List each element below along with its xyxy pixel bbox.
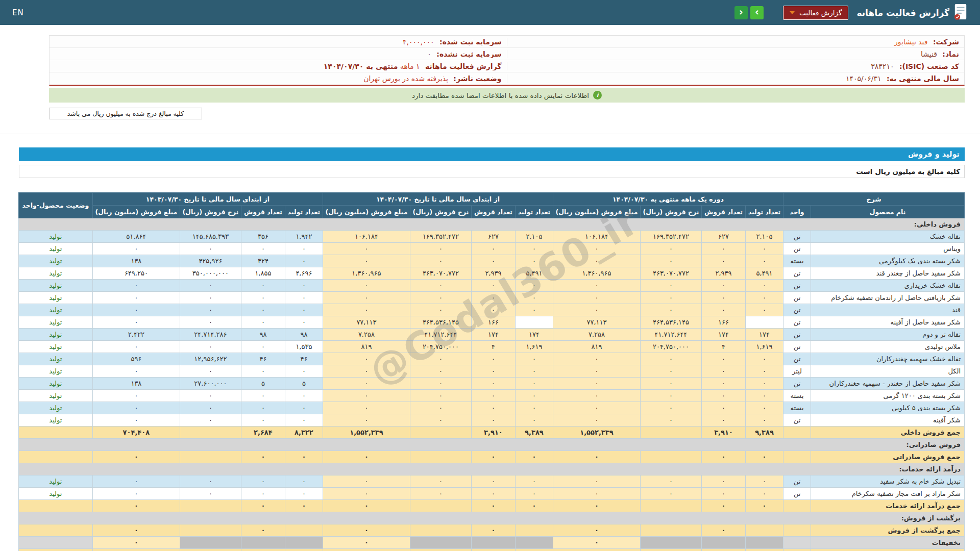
company-info-table: شرکت: قند نیشابور سرمایه ثبت شده: ۴,۰۰۰,…	[49, 35, 965, 86]
value-cell: ۰	[640, 365, 701, 378]
value-cell: ۰	[553, 488, 640, 500]
chevron-down-icon	[790, 11, 795, 14]
value-cell: ۷,۲۵۸	[323, 329, 410, 341]
status-cell: تولید	[18, 243, 92, 255]
product-name-cell: جمع فروش داخلی	[811, 427, 965, 439]
symbol-value: قنیشا	[921, 50, 937, 58]
value-cell: ۱,۵۵۲,۳۳۹	[323, 549, 410, 551]
value-cell: ۰	[471, 243, 515, 255]
previous-report-button[interactable]: ‹	[734, 6, 748, 19]
table-row-data: الکللیتر۰۰۰۰۰۰۰۰۰۰۰۰تولید	[18, 365, 964, 378]
value-cell: ۰	[410, 488, 471, 500]
value-cell	[410, 451, 471, 463]
unit-cell: تن	[783, 316, 811, 329]
status-cell: تولید	[18, 316, 92, 329]
table-row-total: جمع درآمد ارائه خدمات۰۰۰۰۰۰۰۰۰	[18, 500, 964, 512]
col-qty-sold: تعداد فروش	[701, 206, 745, 218]
value-cell	[410, 549, 471, 551]
value-cell: ۶۴۹,۲۵۰	[92, 267, 180, 280]
status-cell: تولید	[18, 267, 92, 280]
value-cell: ۰	[701, 378, 745, 390]
value-cell: ۴,۶۹۶	[285, 267, 323, 280]
value-cell: ۰	[241, 365, 285, 378]
status-cell	[18, 427, 92, 439]
table-row-section: فروش صادراتی:	[18, 439, 964, 451]
value-cell: ۱,۶۱۹	[515, 341, 553, 353]
value-cell: ۳,۹۱۰	[701, 427, 745, 439]
info-row: کد صنعت (ISIC): ۳۸۴۲۱۰ گزارش فعالیت ماها…	[50, 60, 964, 72]
value-cell: ۰	[553, 378, 640, 390]
value-cell: ۰	[515, 451, 553, 463]
value-cell: ۷۷,۱۱۳	[553, 316, 640, 329]
value-cell: ۰	[285, 402, 323, 414]
value-cell: ۰	[471, 451, 515, 463]
value-cell: ۰	[515, 378, 553, 390]
value-cell: ۰	[410, 255, 471, 267]
value-cell	[640, 537, 701, 549]
value-cell: ۰	[285, 304, 323, 316]
value-cell: ۰	[323, 524, 410, 537]
value-cell: ۰	[323, 500, 410, 512]
product-name-cell: قند	[811, 304, 965, 316]
value-cell: ۰	[241, 414, 285, 427]
value-cell: ۰	[180, 488, 241, 500]
production-sales-table: شرح دوره یک ماهه منتهی به ۱۴۰۴/۰۷/۳۰ از …	[18, 192, 965, 551]
table-row-data: تفاله خشک سهمیه چغندرکارانتن۰۰۰۰۰۰۰۰۴۶۴۶…	[18, 353, 964, 365]
unit-cell: تن	[783, 329, 811, 341]
status-cell: تولید	[18, 390, 92, 402]
next-report-button[interactable]: ›	[750, 6, 764, 19]
value-cell: ۱۴۵,۶۸۵,۳۹۳	[180, 231, 241, 243]
value-cell: ۰	[745, 390, 783, 402]
isic-field: کد صنعت (ISIC): ۳۸۴۲۱۰	[507, 62, 965, 70]
report-period-prefix: گزارش فعالیت ماهانه	[425, 62, 502, 70]
value-cell: ۰	[410, 304, 471, 316]
value-cell: ۰	[553, 304, 640, 316]
product-name-cell: جمع برگشت از فروش	[811, 524, 965, 537]
value-cell: ۰	[471, 475, 515, 488]
value-cell: ۰	[701, 488, 745, 500]
value-cell: ۱۳۸	[92, 378, 180, 390]
table-row-section: برگشت از فروش:	[18, 512, 964, 524]
value-cell: ۰	[471, 304, 515, 316]
value-cell	[640, 427, 701, 439]
value-cell: ۰	[241, 280, 285, 292]
value-cell: ۰	[553, 451, 640, 463]
report-document-icon	[953, 3, 968, 22]
value-cell: ۰	[515, 402, 553, 414]
value-cell: ۰	[410, 390, 471, 402]
value-cell: ۰	[745, 451, 783, 463]
value-cell: ۰	[285, 488, 323, 500]
unit-cell: تن	[783, 304, 811, 316]
section-label: درآمد ارائه خدمات:	[18, 463, 964, 475]
value-cell	[410, 500, 471, 512]
unit-cell: تن	[783, 488, 811, 500]
language-toggle-en[interactable]: EN	[12, 8, 24, 17]
publisher-status-value: پذیرفته شده در بورس تهران	[363, 74, 448, 83]
status-cell	[18, 537, 92, 549]
value-cell: ۰	[92, 500, 180, 512]
value-cell: ۰	[323, 243, 410, 255]
value-cell: ۰	[471, 500, 515, 512]
value-cell: ۰	[640, 353, 701, 365]
value-cell	[745, 537, 783, 549]
company-name-link[interactable]: قند نیشابور	[894, 38, 927, 46]
report-type-dropdown[interactable]: گزارش فعالیت	[783, 6, 848, 20]
value-cell: ۸,۳۲۲	[285, 427, 323, 439]
value-cell: ۹۸	[285, 329, 323, 341]
value-cell: ۰	[285, 475, 323, 488]
value-cell: ۰	[515, 304, 553, 316]
value-cell: ۰	[640, 243, 701, 255]
value-cell: ۰	[180, 316, 241, 329]
value-cell: ۰	[323, 304, 410, 316]
value-cell: ۰	[92, 316, 180, 329]
status-cell: تولید	[18, 353, 92, 365]
value-cell: ۴۱,۷۱۲,۶۴۴	[410, 329, 471, 341]
value-cell: ۱۷۴	[515, 329, 553, 341]
value-cell: ۱۶۹,۳۵۲,۴۷۲	[410, 231, 471, 243]
status-cell: تولید	[18, 280, 92, 292]
table-row-data: تفاله خشک خریداریتن۰۰۰۰۰۰۰۰۰۰۰۰تولید	[18, 280, 964, 292]
value-cell	[285, 524, 323, 537]
value-cell: ۰	[285, 414, 323, 427]
status-cell: تولید	[18, 475, 92, 488]
value-cell: ۰	[92, 451, 180, 463]
